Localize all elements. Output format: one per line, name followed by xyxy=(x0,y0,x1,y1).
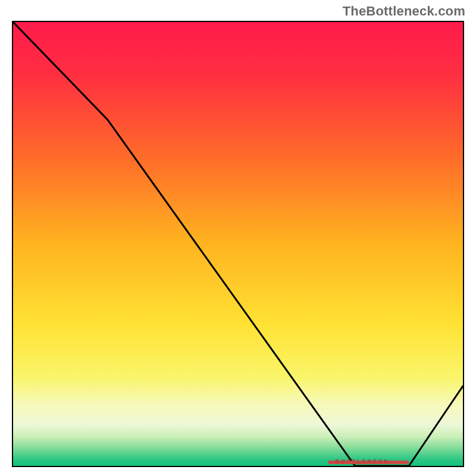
chart-area: BOTTLENECK xyxy=(12,21,464,467)
bottleneck-label: BOTTLENECK xyxy=(336,458,390,464)
watermark-text: TheBottleneck.com xyxy=(343,4,465,19)
stage: TheBottleneck.com BOTTLENECK xyxy=(0,0,476,476)
chart-svg xyxy=(13,22,463,466)
background-rect xyxy=(13,22,463,466)
